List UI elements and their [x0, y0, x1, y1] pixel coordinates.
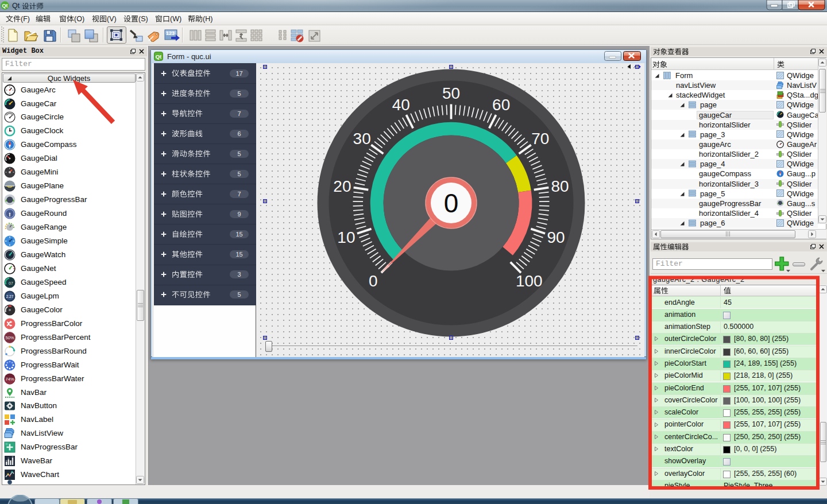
svg-text:60: 60	[492, 96, 510, 114]
svg-text:0: 0	[369, 272, 378, 290]
svg-text:100: 100	[516, 272, 543, 290]
svg-text:90: 90	[547, 228, 565, 246]
svg-text:70: 70	[531, 130, 549, 148]
svg-text:40: 40	[392, 96, 410, 114]
svg-text:20: 20	[333, 177, 351, 195]
svg-text:10: 10	[337, 228, 355, 246]
svg-text:0: 0	[444, 188, 459, 218]
svg-text:80: 80	[551, 177, 569, 195]
svg-text:30: 30	[353, 130, 371, 148]
svg-text:50: 50	[442, 84, 460, 102]
